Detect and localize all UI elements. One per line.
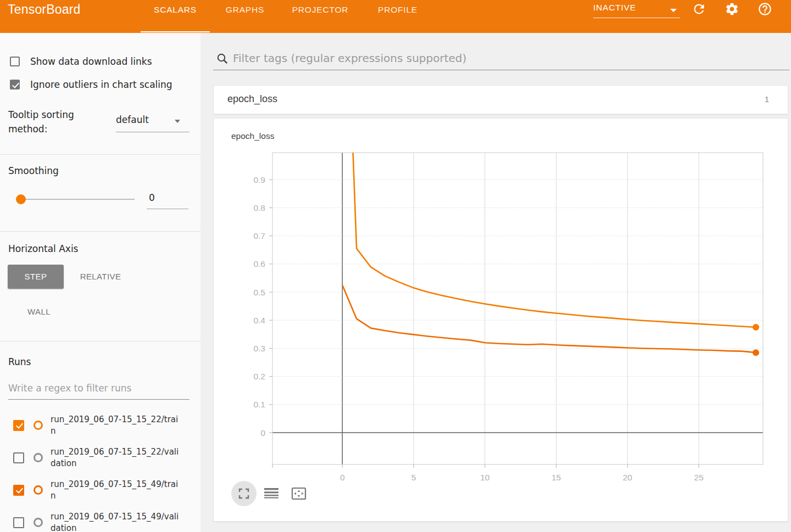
x-tick-label: 20 (623, 473, 633, 482)
axis-wall-button[interactable]: WALL (18, 301, 60, 323)
run-name: run_2019_06_07-15_15_49/validation (51, 511, 181, 532)
run-checkbox[interactable] (13, 485, 24, 496)
scalar-chart-card: 051015202500.10.20.30.40.50.60.70.80.9 e… (213, 118, 788, 522)
settings-sidebar: Show data download links Ignore outliers… (0, 33, 200, 532)
tag-group-count: 1 (765, 94, 769, 104)
ignore-outliers-label: Ignore outliers in chart scaling (30, 79, 191, 90)
smoothing-value-underline (147, 209, 188, 209)
smoothing-slider-track[interactable] (16, 199, 135, 200)
x-tick-label: 5 (411, 473, 416, 482)
runs-list: run_2019_06_07-15_15_22/trainrun_2019_06… (0, 409, 200, 532)
log-scale-lines-icon (264, 487, 278, 500)
y-tick-label: 0.6 (253, 259, 265, 268)
run-row: run_2019_06_07-15_15_49/train (0, 474, 200, 506)
divider (0, 341, 200, 341)
tag-group-title: epoch_loss (227, 93, 277, 105)
tooltip-sorting-underline (116, 132, 190, 132)
y-tick-label: 0.5 (253, 288, 265, 297)
tab-scalars[interactable]: SCALARS (141, 0, 210, 33)
y-tick-label: 0 (260, 428, 265, 438)
refresh-icon[interactable] (692, 2, 706, 16)
gear-icon[interactable] (725, 2, 739, 16)
log-scale-toggle-button[interactable] (264, 487, 278, 500)
run-color-circle[interactable] (34, 518, 43, 527)
series-end-dot (753, 324, 759, 331)
series-line (342, 119, 756, 327)
series-line (342, 285, 756, 352)
y-tick-label: 0.9 (253, 175, 265, 184)
run-checkbox[interactable] (13, 420, 24, 431)
y-tick-label: 0.1 (253, 400, 265, 409)
fit-domain-icon (291, 487, 307, 500)
status-dropdown-value: INACTIVE (593, 3, 636, 12)
runs-filter-input[interactable]: Write a regex to filter runs (8, 383, 190, 394)
smoothing-label: Smoothing (8, 165, 59, 176)
x-tick-label: 15 (552, 473, 561, 482)
main-content: Filter tags (regular expressions support… (200, 33, 791, 532)
app-header: TensorBoard SCALARS GRAPHS PROJECTOR PRO… (0, 0, 791, 33)
show-download-links-label: Show data download links (30, 56, 191, 67)
run-color-circle[interactable] (34, 453, 43, 462)
axis-relative-button[interactable]: RELATIVE (72, 265, 129, 289)
y-tick-label: 0.2 (253, 372, 265, 381)
run-name: run_2019_06_07-15_15_22/validation (51, 446, 181, 469)
y-tick-label: 0.7 (253, 231, 265, 240)
filter-tags-input[interactable]: Filter tags (regular expressions support… (233, 52, 466, 65)
status-dropdown[interactable]: INACTIVE (593, 3, 680, 18)
x-tick-label: 25 (694, 473, 704, 482)
tooltip-sorting-dropdown[interactable]: default (116, 114, 149, 125)
app-title: TensorBoard (8, 2, 81, 17)
y-tick-label: 0.3 (253, 344, 265, 353)
x-tick-label: 10 (480, 473, 490, 482)
smoothing-value-field[interactable]: 0 (147, 192, 188, 203)
smoothing-slider-thumb[interactable] (16, 194, 26, 204)
expand-card-button[interactable] (231, 481, 257, 506)
tag-group-header[interactable]: epoch_loss 1 (213, 85, 788, 114)
run-row: run_2019_06_07-15_15_49/validation (0, 506, 200, 532)
divider (0, 154, 200, 155)
axis-step-button[interactable]: STEP (8, 265, 64, 289)
horizontal-axis-label: Horizontal Axis (8, 243, 78, 254)
fit-domain-button[interactable] (291, 487, 307, 500)
run-checkbox[interactable] (13, 452, 24, 463)
run-name: run_2019_06_07-15_15_49/train (51, 479, 181, 502)
series-end-dot (753, 349, 759, 356)
run-row: run_2019_06_07-15_15_22/validation (0, 441, 200, 474)
chart-title: epoch_loss (231, 131, 274, 141)
tooltip-sorting-label: Tooltip sorting method: (8, 108, 99, 136)
loss-chart-svg[interactable]: 051015202500.10.20.30.40.50.60.70.80.9 (214, 119, 789, 522)
show-download-links-row: Show data download links (10, 56, 191, 67)
chevron-down-icon[interactable] (175, 120, 180, 123)
tab-projector[interactable]: PROJECTOR (286, 0, 355, 33)
help-icon[interactable] (757, 2, 772, 16)
y-tick-label: 0.4 (253, 316, 265, 325)
divider (0, 231, 200, 232)
search-icon (216, 52, 229, 65)
tab-graphs[interactable]: GRAPHS (218, 0, 272, 33)
fullscreen-icon (237, 487, 250, 500)
y-tick-label: 0.8 (253, 203, 265, 212)
ignore-outliers-checkbox[interactable] (10, 80, 20, 89)
run-color-circle[interactable] (34, 485, 43, 495)
tab-profile[interactable]: PROFILE (371, 0, 424, 33)
run-checkbox[interactable] (13, 517, 24, 528)
x-tick-label: 0 (340, 473, 345, 482)
runs-label: Runs (8, 356, 31, 367)
run-row: run_2019_06_07-15_15_22/train (0, 409, 200, 441)
run-name: run_2019_06_07-15_15_22/train (51, 414, 181, 437)
runs-filter-underline (8, 399, 190, 400)
chevron-down-icon (670, 9, 677, 12)
run-color-circle[interactable] (34, 421, 43, 430)
show-download-links-checkbox[interactable] (10, 57, 20, 66)
ignore-outliers-row: Ignore outliers in chart scaling (10, 79, 191, 90)
filter-tags-underline (213, 70, 789, 70)
